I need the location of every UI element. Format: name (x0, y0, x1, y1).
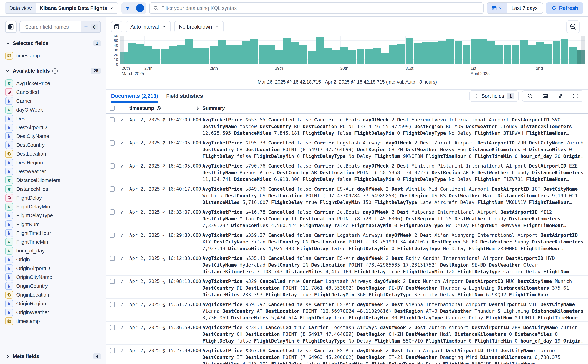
help-icon[interactable]: ? (52, 68, 58, 74)
histogram-bar[interactable] (512, 45, 519, 65)
expand-row-button[interactable] (119, 325, 127, 330)
histogram-bar[interactable] (250, 39, 258, 65)
field-item-OriginRegion[interactable]: kOriginRegion (5, 299, 101, 308)
expand-row-button[interactable] (119, 302, 127, 307)
field-item-DistanceMiles[interactable]: #DistanceMiles (5, 185, 101, 194)
histogram-bar[interactable] (316, 37, 324, 65)
field-item-FlightTimeMin[interactable]: #FlightTimeMin (5, 238, 101, 246)
histogram-bar[interactable] (495, 45, 503, 65)
data-view-selector[interactable]: Kibana Sample Data Flights (36, 3, 118, 13)
histogram-bar[interactable] (300, 45, 307, 65)
field-item-hour_of_day[interactable]: #hour_of_day (5, 246, 101, 255)
expand-row-button[interactable] (119, 233, 127, 238)
sort-descending-icon[interactable] (195, 106, 200, 111)
histogram-bar[interactable] (365, 49, 372, 65)
row-checkbox[interactable] (110, 209, 115, 215)
histogram-bar[interactable] (136, 44, 144, 65)
row-checkbox[interactable] (110, 140, 115, 146)
time-range-button[interactable]: Last 7 days (507, 3, 542, 13)
available-fields-header[interactable]: Available fields ? 28 (5, 68, 101, 74)
expand-row-button[interactable] (119, 141, 127, 146)
histogram-bar[interactable] (414, 43, 421, 65)
field-item-OriginLocation[interactable]: OriginLocation (5, 290, 101, 299)
expand-row-button[interactable] (119, 164, 127, 169)
keyboard-shortcuts-button[interactable] (538, 91, 553, 101)
histogram-bar[interactable] (218, 40, 226, 65)
histogram-bar[interactable] (487, 41, 495, 65)
histogram-bar[interactable] (128, 43, 136, 65)
field-item-AvgTicketPrice[interactable]: #AvgTicketPrice (5, 79, 101, 88)
search-in-table-button[interactable] (523, 91, 538, 101)
histogram-bar[interactable] (381, 53, 389, 65)
field-item-Cancelled[interactable]: Cancelled (5, 88, 101, 97)
field-item-DestCityName[interactable]: kDestCityName (5, 132, 101, 141)
expand-row-button[interactable] (119, 187, 127, 192)
histogram-bar[interactable] (528, 45, 536, 65)
histogram-bar[interactable] (422, 42, 430, 65)
field-item-DistanceKilometers[interactable]: #DistanceKilometers (5, 176, 101, 185)
histogram-bar[interactable] (209, 46, 217, 65)
add-query-button[interactable] (134, 2, 146, 14)
kql-search-input[interactable] (161, 5, 480, 11)
histogram-bar[interactable] (226, 45, 234, 65)
histogram-bar[interactable] (332, 50, 340, 65)
field-item-DestWeather[interactable]: kDestWeather (5, 167, 101, 176)
field-item-DestRegion[interactable]: kDestRegion (5, 158, 101, 167)
row-checkbox[interactable] (110, 279, 115, 284)
field-item-Carrier[interactable]: kCarrier (5, 97, 101, 105)
row-checkbox[interactable] (110, 348, 115, 353)
hide-chart-button[interactable] (111, 21, 122, 32)
display-options-button[interactable] (553, 91, 568, 101)
meta-fields-header[interactable]: Meta fields 4 (5, 353, 101, 359)
histogram-bar[interactable] (455, 41, 462, 65)
histogram-bar[interactable] (389, 45, 397, 65)
expand-row-button[interactable] (119, 210, 127, 215)
histogram-bar[interactable] (373, 48, 381, 65)
field-item-FlightDelayType[interactable]: kFlightDelayType (5, 211, 101, 220)
field-search-input[interactable] (25, 24, 81, 30)
row-checkbox[interactable] (110, 163, 115, 169)
row-checkbox[interactable] (110, 186, 115, 192)
row-checkbox[interactable] (110, 117, 115, 123)
tab-field-statistics[interactable]: Field statistics (166, 90, 203, 103)
histogram-bar[interactable] (446, 39, 454, 65)
field-item-OriginCityName[interactable]: kOriginCityName (5, 273, 101, 281)
timestamp-column-header[interactable]: timestamp (129, 105, 154, 111)
expand-row-button[interactable] (119, 117, 127, 123)
histogram-bar[interactable] (553, 41, 560, 65)
refresh-button[interactable]: Refresh (546, 2, 583, 14)
sort-fields-button[interactable]: Sort fields 1 (469, 90, 519, 102)
histogram-bar[interactable] (169, 46, 176, 65)
histogram-bar[interactable] (561, 39, 568, 65)
histogram-bar[interactable] (275, 50, 283, 65)
fullscreen-button[interactable] (568, 91, 583, 101)
histogram-bar[interactable] (177, 45, 185, 65)
field-item-FlightDelay[interactable]: FlightDelay (5, 194, 101, 202)
histogram-bar[interactable] (242, 41, 250, 65)
field-item-DestAirportID[interactable]: kDestAirportID (5, 123, 101, 132)
field-item-FlightDelayMin[interactable]: #FlightDelayMin (5, 202, 101, 211)
histogram-bar[interactable] (267, 45, 274, 65)
field-item-timestamp[interactable]: timestamp (5, 317, 101, 325)
histogram-bar[interactable] (152, 49, 160, 65)
histogram-bar[interactable] (536, 42, 544, 65)
field-item-dayOfWeek[interactable]: #dayOfWeek (5, 105, 101, 114)
explore-in-lens-button[interactable] (567, 20, 580, 33)
histogram-bar[interactable] (544, 44, 552, 65)
histogram-bar[interactable] (234, 45, 242, 65)
row-checkbox[interactable] (110, 325, 115, 330)
histogram-bar[interactable] (283, 39, 291, 65)
histogram-bar[interactable] (161, 49, 169, 65)
histogram-bar[interactable] (357, 49, 364, 65)
breakdown-select[interactable]: No breakdown (174, 21, 224, 32)
histogram-bar[interactable] (405, 39, 413, 65)
histogram-bar[interactable] (291, 42, 299, 65)
histogram-bar[interactable] (202, 48, 209, 65)
field-item-Dest[interactable]: kDest (5, 114, 101, 123)
field-item-FlightNum[interactable]: kFlightNum (5, 220, 101, 229)
field-item-FlightTimeHour[interactable]: kFlightTimeHour (5, 229, 101, 238)
field-item-DestCountry[interactable]: kDestCountry (5, 141, 101, 150)
field-item-OriginCountry[interactable]: kOriginCountry (5, 281, 101, 290)
field-item-DestLocation[interactable]: DestLocation (5, 150, 101, 158)
field-filter-controls[interactable]: 0 (81, 21, 100, 32)
